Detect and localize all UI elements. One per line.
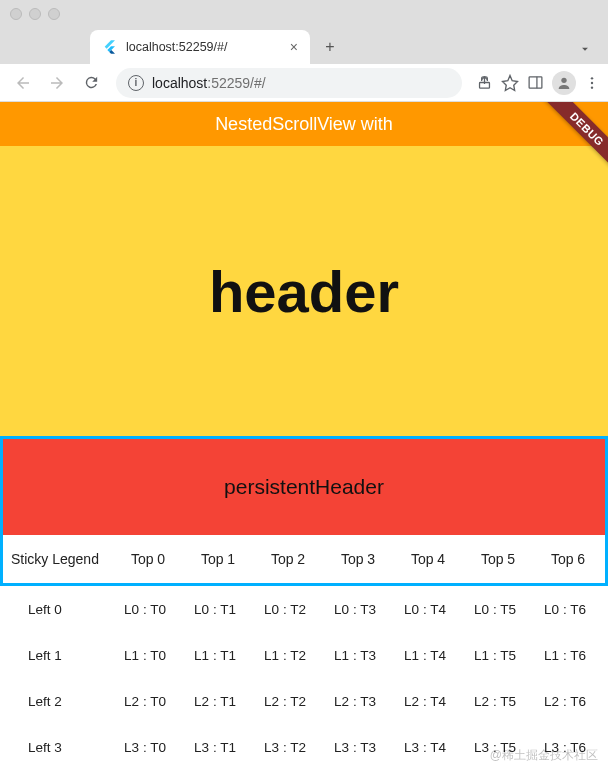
table-cell: L0 : T4 bbox=[390, 602, 460, 617]
table-cell: L3 : T3 bbox=[320, 740, 390, 755]
minimize-window-icon[interactable] bbox=[29, 8, 41, 20]
header-block: header bbox=[0, 146, 608, 436]
column-header: Top 2 bbox=[253, 551, 323, 567]
close-window-icon[interactable] bbox=[10, 8, 22, 20]
table-cell: L2 : T1 bbox=[180, 694, 250, 709]
table-row: Left 0L0 : T0L0 : T1L0 : T2L0 : T3L0 : T… bbox=[0, 586, 608, 632]
sticky-legend-label: Sticky Legend bbox=[3, 551, 113, 567]
column-header: Top 0 bbox=[113, 551, 183, 567]
table-cell: L2 : T0 bbox=[110, 694, 180, 709]
table-cell: L1 : T1 bbox=[180, 648, 250, 663]
table-cell: L2 : T3 bbox=[320, 694, 390, 709]
table-cell: L2 : T2 bbox=[250, 694, 320, 709]
flutter-favicon-icon bbox=[102, 39, 118, 55]
legend-row[interactable]: Sticky Legend Top 0Top 1Top 2Top 3Top 4T… bbox=[3, 535, 605, 583]
table-cell: L1 : T2 bbox=[250, 648, 320, 663]
table-cell: L0 : T2 bbox=[250, 602, 320, 617]
maximize-window-icon[interactable] bbox=[48, 8, 60, 20]
svg-point-4 bbox=[591, 77, 593, 79]
kebab-menu-icon[interactable] bbox=[584, 75, 600, 91]
persistent-header-text: persistentHeader bbox=[224, 475, 384, 499]
persistent-header-container: persistentHeader Sticky Legend Top 0Top … bbox=[0, 436, 608, 586]
url-host: localhost bbox=[152, 75, 207, 91]
side-panel-icon[interactable] bbox=[527, 74, 544, 91]
table-cell: L2 : T4 bbox=[390, 694, 460, 709]
table-cell: L0 : T1 bbox=[180, 602, 250, 617]
table-cell: L0 : T3 bbox=[320, 602, 390, 617]
table-cell: L0 : T6 bbox=[530, 602, 600, 617]
tabs-dropdown-icon[interactable] bbox=[578, 42, 608, 64]
table-cell: L3 : T0 bbox=[110, 740, 180, 755]
back-button[interactable] bbox=[8, 68, 38, 98]
column-header: Top 5 bbox=[463, 551, 533, 567]
tab-bar: localhost:52259/#/ × + bbox=[0, 28, 608, 64]
table-cell: L1 : T3 bbox=[320, 648, 390, 663]
app-bar: NestedScrollView with bbox=[0, 102, 608, 146]
address-bar[interactable]: i localhost:52259/#/ bbox=[116, 68, 462, 98]
svg-rect-1 bbox=[529, 77, 542, 88]
table-cell: L1 : T5 bbox=[460, 648, 530, 663]
table-cell: L0 : T0 bbox=[110, 602, 180, 617]
table-cell: L1 : T0 bbox=[110, 648, 180, 663]
svg-point-3 bbox=[561, 77, 566, 82]
tab-title: localhost:52259/#/ bbox=[126, 40, 227, 54]
header-text: header bbox=[209, 258, 399, 325]
table-cell: L3 : T2 bbox=[250, 740, 320, 755]
browser-toolbar: i localhost:52259/#/ bbox=[0, 64, 608, 102]
table-row: Left 2L2 : T0L2 : T1L2 : T2L2 : T3L2 : T… bbox=[0, 678, 608, 724]
table-cell: L3 : T4 bbox=[390, 740, 460, 755]
table-cell: L0 : T5 bbox=[460, 602, 530, 617]
row-label: Left 2 bbox=[0, 694, 110, 709]
watermark: @稀土掘金技术社区 bbox=[490, 747, 598, 764]
persistent-header: persistentHeader bbox=[3, 439, 605, 535]
table-cell: L2 : T5 bbox=[460, 694, 530, 709]
app-title: NestedScrollView with bbox=[215, 114, 393, 135]
table-cell: L3 : T1 bbox=[180, 740, 250, 755]
svg-point-5 bbox=[591, 81, 593, 83]
table-cell: L2 : T6 bbox=[530, 694, 600, 709]
profile-avatar[interactable] bbox=[552, 71, 576, 95]
forward-button[interactable] bbox=[42, 68, 72, 98]
svg-point-6 bbox=[591, 86, 593, 88]
share-icon[interactable] bbox=[476, 74, 493, 91]
table-row: Left 1L1 : T0L1 : T1L1 : T2L1 : T3L1 : T… bbox=[0, 632, 608, 678]
row-label: Left 0 bbox=[0, 602, 110, 617]
table-body[interactable]: Left 0L0 : T0L0 : T1L0 : T2L0 : T3L0 : T… bbox=[0, 586, 608, 770]
app-viewport: NestedScrollView with DEBUG header persi… bbox=[0, 102, 608, 770]
column-header: Top 6 bbox=[533, 551, 603, 567]
reload-button[interactable] bbox=[76, 68, 106, 98]
column-header: Top 4 bbox=[393, 551, 463, 567]
new-tab-button[interactable]: + bbox=[316, 33, 344, 61]
site-info-icon[interactable]: i bbox=[128, 75, 144, 91]
column-header: Top 3 bbox=[323, 551, 393, 567]
browser-tab[interactable]: localhost:52259/#/ × bbox=[90, 30, 310, 64]
window-titlebar bbox=[0, 0, 608, 28]
row-label: Left 1 bbox=[0, 648, 110, 663]
bookmark-icon[interactable] bbox=[501, 74, 519, 92]
table-cell: L1 : T4 bbox=[390, 648, 460, 663]
table-cell: L1 : T6 bbox=[530, 648, 600, 663]
close-tab-icon[interactable]: × bbox=[290, 39, 298, 55]
column-header: Top 1 bbox=[183, 551, 253, 567]
row-label: Left 3 bbox=[0, 740, 110, 755]
url-path: :52259/#/ bbox=[207, 75, 265, 91]
